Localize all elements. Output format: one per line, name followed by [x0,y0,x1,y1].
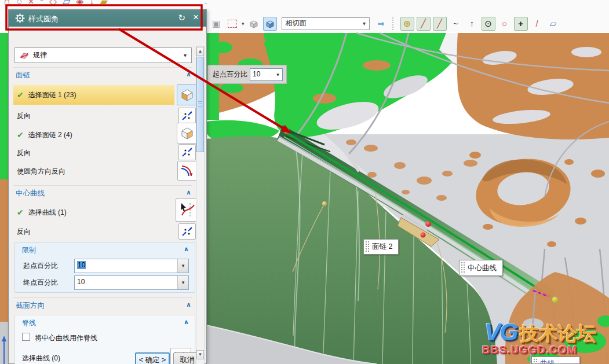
snap-on-curve-button[interactable]: ~ [449,17,463,31]
center-curve-select-button[interactable] [176,198,199,222]
start-percent-floating-panel: 起点百分比 10 ▾ [207,65,287,84]
flip-fillet-direction-label: 使圆角方向反向 [17,167,65,177]
collapse-chevron-icon[interactable]: ∧ [186,189,191,196]
drag-grip-icon[interactable] [533,358,538,364]
selection-filter-icon[interactable]: ▣ [209,17,223,31]
face-chain-2-tag[interactable]: 面链 2 [363,239,399,255]
spine-header[interactable]: 脊线 [22,318,36,328]
selection-scope-value: 相切面 [282,19,360,28]
collapse-chevron-icon[interactable]: ∧ [184,318,189,326]
selection-toolbar: ▣ ▾ 相切面 ▾ ⇒ ⊕ ╱ ╱ ~ ↑ ⊙ ○ + / ▱ [207,0,609,32]
swept-surface-icon[interactable]: ◈ [76,0,83,8]
start-percent-floating-label: 起点百分比 [208,69,247,79]
clipped-curve-tag[interactable]: 曲线 [531,356,580,364]
limits-panel: 限制 ∧ 起点百分比 10 ▾ 终点百分比 10 ▾ [14,242,195,293]
center-curve-tag-text: 中心曲线 [468,263,500,273]
limits-header[interactable]: 限制 [22,245,36,255]
snap-point-on-face-button[interactable]: ▱ [546,17,560,31]
freeform-icon[interactable]: ◇ [49,0,57,8]
intersect-curve-icon[interactable]: × [28,0,34,8]
cube-white-icon [180,126,195,141]
end-percent-label: 终点百分比 [23,278,58,288]
face-chain-section-header[interactable]: 面链 [16,71,30,80]
select-face-chain-1-row[interactable]: ✔ 选择面链 1 (23) [13,85,174,105]
select-spine-curve-label: 选择曲线 (0) [22,354,60,363]
cube-orange-icon [180,87,195,102]
select-center-curve-row[interactable]: ✔ 选择曲线 (1) [13,204,174,221]
reverse-arrows-icon [181,146,194,158]
start-percent-floating-input[interactable]: 10 ▾ [250,68,283,81]
end-percent-input[interactable]: 10 ▾ [74,275,189,290]
blend-type-value: 规律 [33,50,47,60]
snap-arc-center-button[interactable]: ⊙ [482,17,495,31]
dialog-scrollbar[interactable]: ▲ ▼ [196,46,205,364]
red-marker-1 [425,221,431,227]
check-icon: ✔ [17,130,24,139]
styled-blend-dialog: 样式圆角 ↻ × 规律 ▾ 面链 ∧ ✔ 选择面链 1 (23) [8,9,207,364]
top-right-surface[interactable] [457,33,609,139]
scroll-down-button[interactable]: ▼ [196,350,204,359]
blend-type-dropdown[interactable]: 规律 ▾ [14,47,192,63]
marquee-select-button[interactable] [225,17,239,31]
snap-midpoint-button[interactable]: ╱ [433,17,447,31]
drag-grip-icon[interactable] [365,241,370,253]
chevron-down-icon[interactable]: ▾ [273,69,282,80]
reverse-1-label: 反向 [17,111,31,121]
drag-grip-icon[interactable] [461,262,466,274]
snap-enable-button[interactable]: ⊕ [400,17,414,31]
snap-quadrant-button[interactable]: ○ [498,17,512,31]
chevron-down-icon[interactable]: ▾ [177,276,188,289]
flip-fillet-direction-button[interactable] [177,161,197,181]
use-center-curve-as-spine-checkbox[interactable] [22,333,30,341]
clipped-curve-tag-text: 曲线 [540,357,558,364]
solid-body-icon[interactable] [247,17,261,31]
start-percent-value: 10 [77,261,86,269]
center-curve-tag[interactable]: 中心曲线 [459,260,503,276]
forward-arrow-button[interactable]: ⇒ [374,17,388,31]
divider [13,67,192,68]
selection-scope-combobox[interactable]: 相切面 ▾ [282,17,370,30]
use-center-curve-as-spine-label: 将中心曲线用作脊线 [35,333,97,343]
ok-button[interactable]: < 确定 > [135,352,170,364]
face-select-mode-button[interactable] [263,17,277,31]
sketch-arc-icon[interactable]: ∩ [3,0,10,8]
fillet-direction-icon [180,163,195,178]
face-chain-2-button[interactable] [177,123,198,144]
scroll-up-button[interactable]: ▲ [196,47,204,56]
flow-down-icon[interactable]: ↓ [89,0,94,8]
select-face-chain-2-row[interactable]: ✔ 选择面链 2 (4) [13,126,174,144]
marquee-dropdown-arrow[interactable]: ▾ [242,21,245,27]
face-chain-1-button[interactable] [177,84,198,105]
chevron-down-icon[interactable]: ▾ [184,52,187,58]
dialog-titlebar[interactable]: 样式圆角 ↻ × [9,10,206,27]
snap-endpoint-button[interactable]: ╱ [417,17,431,31]
snap-pole-button[interactable]: ↑ [465,17,479,31]
collapse-chevron-icon[interactable]: ∧ [184,245,189,253]
reverse-direction-1-button[interactable] [178,108,196,124]
section-orientation-header[interactable]: 截面方向 [16,301,45,311]
surface-icon[interactable]: ▱ [63,0,70,8]
start-handle-sphere [283,128,289,134]
start-percent-floating-value: 10 [250,69,273,80]
center-curve-section-header[interactable]: 中心曲线 [16,189,45,198]
chevron-down-icon[interactable]: ▾ [177,259,188,273]
reset-icon[interactable]: ↻ [178,13,185,23]
left-edge-strip [0,33,8,364]
circle-icon[interactable]: ○ [16,0,22,8]
snap-existing-point-button[interactable]: + [514,17,528,31]
patch-icon[interactable]: ▰ [100,0,108,8]
collapse-chevron-icon[interactable]: ∧ [186,71,191,78]
chevron-down-icon[interactable]: ▾ [360,20,369,27]
start-percent-input[interactable]: 10 ▾ [74,259,189,273]
scrollbar-thumb[interactable] [196,57,204,152]
snap-point-on-line-button[interactable]: / [530,17,544,31]
close-icon[interactable]: × [193,12,199,23]
curve-select-icon [178,201,196,219]
select-face-chain-1-label: 选择面链 1 (23) [28,90,76,100]
curve-network-icon[interactable]: * [39,0,43,8]
reverse-curve-button[interactable] [178,223,196,240]
reverse-direction-2-button[interactable] [178,144,196,160]
select-center-curve-label: 选择曲线 (1) [28,208,67,218]
tan-marker-sphere [322,201,327,206]
collapse-chevron-icon[interactable]: ∧ [186,301,191,308]
